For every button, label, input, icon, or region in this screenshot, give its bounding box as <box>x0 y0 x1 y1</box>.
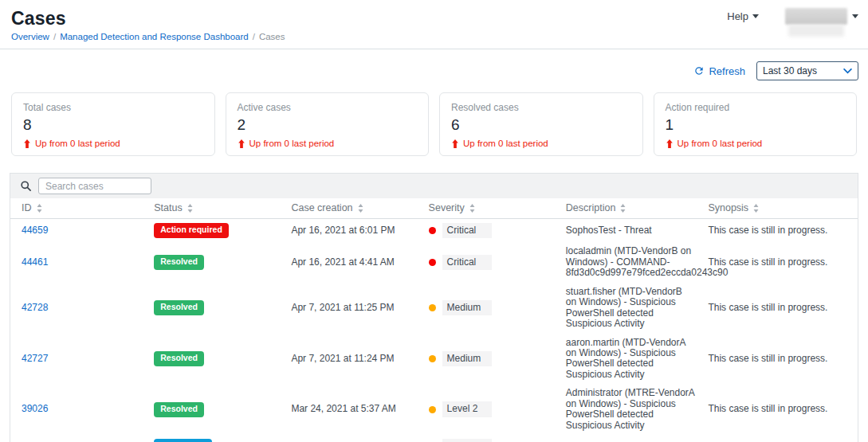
caret-down-icon <box>752 14 759 18</box>
case-creation-cell: Mar 24, 2021 at 5:37 AM <box>285 384 422 435</box>
stat-label: Active cases <box>238 102 418 113</box>
caret-down-icon <box>852 14 858 18</box>
stat-delta: Up from 0 last period <box>238 139 418 148</box>
refresh-label: Refresh <box>709 65 745 77</box>
stat-delta: Up from 0 last period <box>666 139 846 148</box>
user-account-redacted-sub <box>788 25 844 37</box>
stat-value: 6 <box>451 116 631 134</box>
stat-label: Resolved cases <box>451 102 631 113</box>
cases-table: ID Status Case creation Severity <box>10 198 858 442</box>
case-description-cell: SophosTest - Threat <box>560 219 702 243</box>
case-creation-cell: Apr 7, 2021 at 11:25 PM <box>285 283 422 334</box>
breadcrumb-item[interactable]: Overview <box>11 32 49 41</box>
search-input[interactable] <box>38 178 151 194</box>
case-description-cell: aaron.martin (MTD-VendorA on Windows) - … <box>560 334 702 385</box>
cases-table-panel: ID Status Case creation Severity <box>10 173 858 442</box>
table-row[interactable]: 42727 Resolved Apr 7, 2021 at 11:24 PM M… <box>10 334 858 385</box>
search-icon <box>20 180 32 192</box>
case-id-link[interactable]: 44461 <box>22 256 48 268</box>
case-synopsis-cell: This case is still in progress. <box>701 334 858 385</box>
refresh-icon <box>693 65 705 76</box>
stat-card: Resolved cases 6 Up from 0 last period <box>439 92 643 156</box>
case-description-cell: Administrator (MTRE-VendorA on Windows) … <box>560 384 702 435</box>
severity-label: Critical <box>442 255 492 270</box>
case-description-cell: stuart.fisher (MTD-VendorB on Windows) -… <box>560 283 702 334</box>
sort-icon <box>753 204 759 213</box>
column-header[interactable]: Status <box>147 198 285 219</box>
severity-label: Critical <box>442 223 492 238</box>
case-synopsis-cell: This case is still in progress. <box>701 435 858 442</box>
column-header-label: Case creation <box>291 202 352 213</box>
case-creation-cell: Apr 14, 2021 at 9:56 PM <box>285 435 422 442</box>
sort-icon <box>620 204 626 213</box>
sort-icon <box>187 204 193 213</box>
help-menu[interactable]: Help <box>727 10 759 22</box>
stat-label: Action required <box>666 102 846 113</box>
stat-card: Active cases 2 Up from 0 last period <box>226 92 430 156</box>
table-row[interactable]: 44461 Resolved Apr 16, 2021 at 4:41 AM C… <box>10 242 858 282</box>
severity-label: Level 2 <box>442 401 492 417</box>
stat-value: 2 <box>238 116 418 134</box>
case-id-link[interactable]: 44659 <box>22 225 48 236</box>
stat-card: Action required 1 Up from 0 last period <box>654 92 858 156</box>
table-row[interactable]: 44305 In progress Apr 14, 2021 at 9:56 P… <box>10 435 858 442</box>
up-arrow-icon <box>23 139 31 148</box>
column-header[interactable]: Case creation <box>285 198 422 219</box>
refresh-button[interactable]: Refresh <box>693 65 745 77</box>
stat-delta: Up from 0 last period <box>451 139 631 148</box>
page-header: Cases Overview/Managed Detection and Res… <box>0 0 868 49</box>
case-id-link[interactable]: 42727 <box>22 353 48 364</box>
time-range-select[interactable]: Last 30 days <box>756 61 858 80</box>
user-account-menu[interactable] <box>783 8 858 40</box>
column-header[interactable]: Severity <box>422 198 560 219</box>
case-creation-cell: Apr 7, 2021 at 11:24 PM <box>285 334 422 385</box>
table-row[interactable]: 39026 Resolved Mar 24, 2021 at 5:37 AM L… <box>10 384 858 435</box>
severity-label: Medium <box>442 300 492 315</box>
stat-value: 8 <box>23 116 203 134</box>
case-id-link[interactable]: 42728 <box>22 302 48 313</box>
severity-dot-icon <box>429 259 436 266</box>
status-badge: Action required <box>154 223 229 238</box>
status-badge: Resolved <box>154 402 204 417</box>
sort-icon <box>469 204 475 213</box>
status-badge: Resolved <box>154 351 204 366</box>
column-header[interactable]: ID <box>10 198 147 219</box>
breadcrumb-separator: / <box>53 32 56 41</box>
table-body: 44659 Action required Apr 16, 2021 at 6:… <box>10 219 858 442</box>
status-badge: In progress <box>154 439 212 442</box>
case-creation-cell: Apr 16, 2021 at 6:01 PM <box>285 219 422 243</box>
column-header[interactable]: Synopsis <box>701 198 858 219</box>
column-header[interactable]: Description <box>560 198 702 219</box>
stat-delta: Up from 0 last period <box>23 139 203 148</box>
column-header-label: Description <box>566 202 616 213</box>
status-badge: Resolved <box>154 255 204 270</box>
severity-dot-icon <box>429 227 436 234</box>
case-synopsis-cell: This case is still in progress. <box>701 219 858 243</box>
sort-icon <box>37 204 42 213</box>
user-account-redacted <box>785 8 847 25</box>
breadcrumb-item[interactable]: Managed Detection and Response Dashboard <box>60 32 249 41</box>
time-range-value: Last 30 days <box>763 65 817 76</box>
chevron-down-icon <box>843 68 852 74</box>
severity-dot-icon <box>429 304 436 311</box>
case-id-link[interactable]: 39026 <box>22 403 48 414</box>
table-header-row: ID Status Case creation Severity <box>10 198 858 219</box>
stat-delta-text: Up from 0 last period <box>463 139 548 148</box>
column-header-label: Severity <box>429 202 465 213</box>
table-row[interactable]: 42728 Resolved Apr 7, 2021 at 11:25 PM M… <box>10 283 858 334</box>
up-arrow-icon <box>451 139 459 148</box>
sort-icon <box>358 204 363 213</box>
severity-label: Medium <box>442 351 492 366</box>
status-badge: Resolved <box>154 300 204 315</box>
case-synopsis-cell: This case is still in progress. <box>701 384 858 435</box>
case-synopsis-cell: This case is still in progress. <box>701 283 858 334</box>
case-description-cell: localadmin (MTD-VendorB on Windows) - CO… <box>560 242 702 282</box>
search-strip <box>10 174 858 198</box>
stat-value: 1 <box>666 116 846 134</box>
severity-label: Level 2 <box>442 439 492 442</box>
severity-dot-icon <box>429 406 436 413</box>
up-arrow-icon <box>238 139 245 148</box>
column-header-label: ID <box>22 202 32 213</box>
stat-delta-text: Up from 0 last period <box>35 139 120 148</box>
table-row[interactable]: 44659 Action required Apr 16, 2021 at 6:… <box>10 219 858 243</box>
